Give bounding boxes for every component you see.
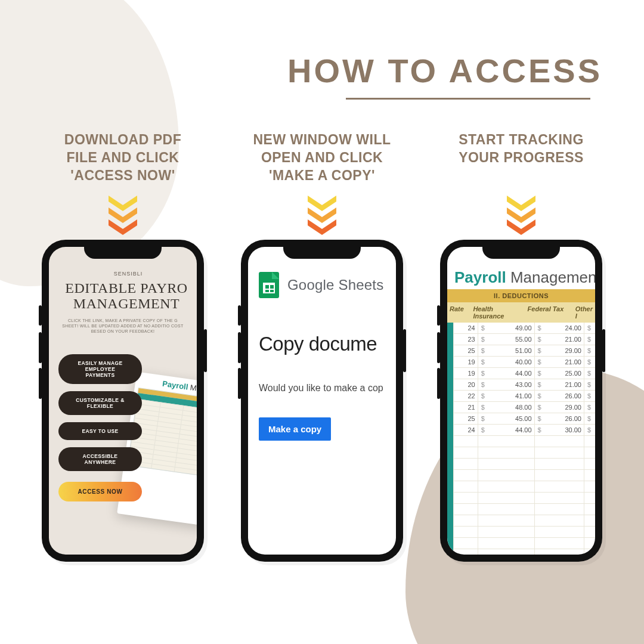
table-row: 2355.0021.00 bbox=[453, 334, 595, 345]
phone2-screen: Google Sheets Copy docume Would you like… bbox=[248, 247, 396, 555]
table-row: 2241.0026.00 bbox=[453, 391, 595, 402]
phone1-screen: SENSIBLI EDITABLE PAYRO MANAGEMENT CLICK… bbox=[49, 247, 197, 555]
step-caption: START TRACKING YOUR PROGRESS bbox=[432, 131, 611, 191]
phone-mockup-3: Payroll Management II. DEDUCTIONS Rate H… bbox=[440, 240, 602, 562]
phone-mockup-2: Google Sheets Copy docume Would you like… bbox=[241, 240, 403, 562]
col-health-insurance: Health Insurance bbox=[470, 302, 525, 323]
feature-pill: ACCESSIBLE ANYWHERE bbox=[58, 447, 142, 471]
teal-gutter bbox=[447, 323, 453, 555]
make-a-copy-button[interactable]: Make a copy bbox=[259, 417, 331, 441]
step-caption: NEW WINDOW WILL OPEN AND CLICK 'MAKE A C… bbox=[233, 131, 411, 191]
app-name: Google Sheets bbox=[287, 277, 383, 293]
table-row: 2551.0029.00 bbox=[453, 345, 595, 357]
title-underline bbox=[346, 98, 590, 100]
table-row: 2148.0029.00 bbox=[453, 402, 595, 413]
google-sheets-icon bbox=[259, 272, 279, 298]
data-rows: 2449.0024.002355.0021.002551.0029.001940… bbox=[453, 323, 595, 555]
feature-pill-list: EASILY MANAGE EMPLOYEE PAYMENTS CUSTOMIZ… bbox=[49, 354, 197, 501]
chevron-stack-icon bbox=[233, 196, 411, 231]
feature-pill: EASY TO USE bbox=[58, 422, 142, 440]
table-row: 1944.0025.00 bbox=[453, 368, 595, 379]
product-title: EDITABLE PAYRO MANAGEMENT bbox=[49, 280, 197, 312]
col-federal-tax: Federal Tax bbox=[525, 302, 573, 323]
step-caption: DOWNLOAD PDF FILE AND CLICK 'ACCESS NOW' bbox=[33, 131, 212, 191]
table-row bbox=[453, 493, 595, 504]
table-row bbox=[453, 481, 595, 493]
table-row bbox=[453, 538, 595, 549]
table-row bbox=[453, 447, 595, 459]
table-row: 2043.0021.00 bbox=[453, 379, 595, 391]
table-row bbox=[453, 549, 595, 555]
table-row: 2545.0026.00 bbox=[453, 413, 595, 425]
table-row: 2444.0030.00 bbox=[453, 425, 595, 436]
table-row bbox=[453, 515, 595, 527]
phone3-screen: Payroll Management II. DEDUCTIONS Rate H… bbox=[447, 247, 595, 555]
table-row bbox=[453, 527, 595, 538]
col-other: Other I bbox=[573, 302, 595, 323]
table-row bbox=[453, 459, 595, 470]
feature-pill: CUSTOMIZABLE & FLEXIBLE bbox=[58, 391, 142, 415]
copy-prompt-text: Would you like to make a cop bbox=[259, 383, 396, 394]
access-now-button[interactable]: ACCESS NOW bbox=[58, 482, 142, 501]
columns: DOWNLOAD PDF FILE AND CLICK 'ACCESS NOW'… bbox=[33, 131, 611, 562]
step-col-2: NEW WINDOW WILL OPEN AND CLICK 'MAKE A C… bbox=[233, 131, 411, 562]
chevron-stack-icon bbox=[432, 196, 611, 231]
column-headers: Rate Health Insurance Federal Tax Other … bbox=[447, 302, 595, 323]
table-row: 2449.0024.00 bbox=[453, 323, 595, 334]
table-row bbox=[453, 436, 595, 447]
page-title: HOW TO ACCESS bbox=[0, 51, 602, 90]
phone-mockup-1: SENSIBLI EDITABLE PAYRO MANAGEMENT CLICK… bbox=[42, 240, 204, 562]
step-col-3: START TRACKING YOUR PROGRESS Payroll Man… bbox=[432, 131, 611, 562]
step-col-1: DOWNLOAD PDF FILE AND CLICK 'ACCESS NOW'… bbox=[33, 131, 212, 562]
table-row: 1940.0021.00 bbox=[453, 357, 595, 368]
col-rate: Rate bbox=[447, 302, 470, 323]
chevron-stack-icon bbox=[33, 196, 212, 231]
table-row bbox=[453, 470, 595, 481]
table-row bbox=[453, 504, 595, 515]
copy-document-heading: Copy docume bbox=[259, 333, 396, 355]
product-subtitle: CLICK THE LINK, MAKE A PRIVATE COPY OF T… bbox=[49, 312, 197, 334]
feature-pill: EASILY MANAGE EMPLOYEE PAYMENTS bbox=[58, 354, 142, 384]
section-band: II. DEDUCTIONS bbox=[447, 289, 595, 302]
